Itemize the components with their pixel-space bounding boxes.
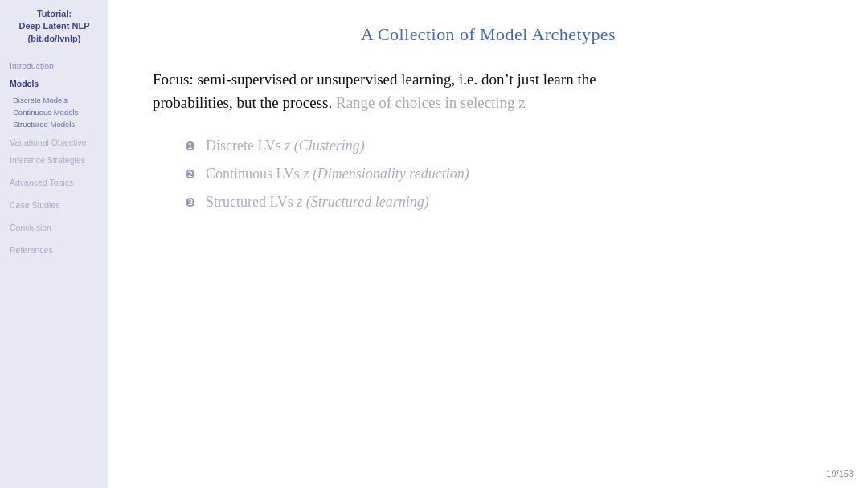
sidebar-title: Tutorial: Deep Latent NLP (bit.do/lvnlp) bbox=[6, 8, 102, 45]
sidebar: Tutorial: Deep Latent NLP (bit.do/lvnlp)… bbox=[0, 0, 108, 488]
slide-title: A Collection of Model Archetypes bbox=[153, 24, 824, 45]
sidebar-item-conclusion[interactable]: Conclusion bbox=[6, 221, 102, 234]
list-item-text-3: Structured LVs z (Structured learning) bbox=[206, 194, 429, 211]
sidebar-item-references[interactable]: References bbox=[6, 244, 102, 256]
list-item-num: ❸ bbox=[185, 195, 199, 210]
list-item: ❷ Continuous LVs z (Dimensionality reduc… bbox=[185, 166, 824, 182]
sidebar-item-advanced-topics[interactable]: Advanced Topics bbox=[6, 176, 102, 189]
list-item: ❸ Structured LVs z (Structured learning) bbox=[185, 194, 824, 211]
focus-text-line1: Focus: semi-supervised or unsupervised l… bbox=[153, 71, 596, 88]
sidebar-item-structured-models[interactable]: Structured Models bbox=[6, 119, 102, 129]
sidebar-item-inference-strategies[interactable]: Inference Strategies bbox=[6, 154, 102, 166]
items-list: ❶ Discrete LVs z (Clustering) ❷ Continuo… bbox=[185, 137, 824, 211]
main-content: A Collection of Model Archetypes Focus: … bbox=[108, 0, 868, 488]
sidebar-item-models[interactable]: Models bbox=[6, 77, 102, 90]
sidebar-item-variational-objective[interactable]: Variational Objective bbox=[6, 136, 102, 149]
focus-paragraph: Focus: semi-supervised or unsupervised l… bbox=[153, 68, 824, 115]
list-item-text-2: Continuous LVs z (Dimensionality reducti… bbox=[206, 166, 469, 182]
sidebar-item-introduction[interactable]: Introduction bbox=[6, 59, 102, 72]
sidebar-item-continuous-models[interactable]: Continuous Models bbox=[6, 107, 102, 117]
focus-text-dimmed: Range of choices in selecting z bbox=[336, 94, 526, 111]
list-item: ❶ Discrete LVs z (Clustering) bbox=[185, 137, 824, 154]
page-number: 19/153 bbox=[826, 469, 854, 478]
focus-text-line2: probabilities, but the process. bbox=[153, 94, 332, 111]
sidebar-item-discrete-models[interactable]: Discrete Models bbox=[6, 95, 102, 105]
sidebar-item-case-studies[interactable]: Case Studies bbox=[6, 199, 102, 211]
list-item-num: ❶ bbox=[185, 139, 199, 154]
list-item-num: ❷ bbox=[185, 167, 199, 182]
list-item-text-1: Discrete LVs z (Clustering) bbox=[206, 137, 365, 154]
